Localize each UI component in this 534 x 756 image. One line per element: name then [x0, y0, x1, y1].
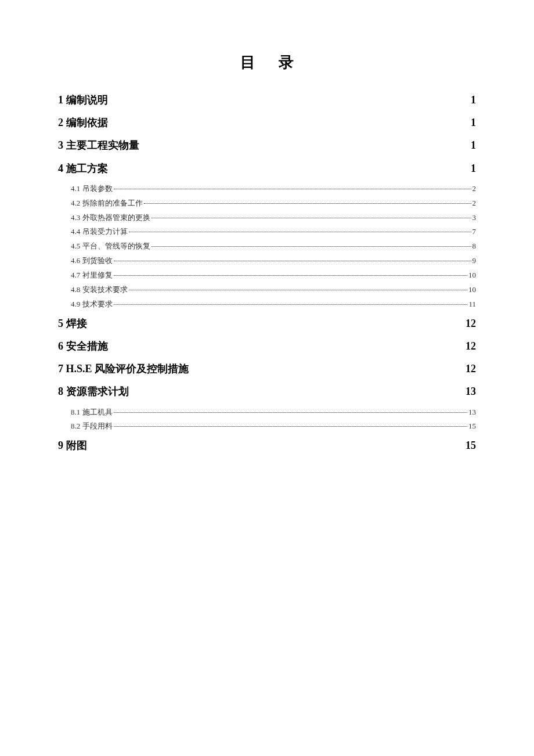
toc-sub-entry: 4.6 到货验收9 [71, 256, 476, 266]
toc-leader-dots [151, 218, 471, 218]
toc-main-entry: 3 主要工程实物量1 [58, 138, 476, 153]
toc-sub-page: 10 [468, 271, 476, 280]
toc-main-page: 13 [466, 384, 476, 399]
toc-sub-entry: 4.9 技术要求11 [71, 300, 476, 309]
toc-leader-dots [129, 232, 471, 232]
toc-sub-page: 8 [472, 242, 477, 251]
toc-sub-group: 8.1 施工机具138.2 手段用料15 [58, 408, 476, 432]
toc-sub-page: 2 [472, 199, 477, 208]
toc-main-page: 1 [471, 116, 476, 130]
toc-main-page: 12 [466, 316, 476, 331]
page-title: 目录 [58, 52, 476, 73]
toc-sub-label: 4.4 吊装受力计算 [71, 227, 128, 237]
toc-main-entry: 7 H.S.E 风险评价及控制措施12 [58, 362, 476, 376]
toc-sub-entry: 4.5 平台、管线等的恢复8 [71, 242, 476, 251]
toc-main-entry: 6 安全措施12 [58, 339, 476, 354]
toc-sub-entry: 4.7 衬里修复10 [71, 271, 476, 280]
toc-sub-page: 11 [468, 300, 476, 309]
toc-main-label: 2 编制依据 [58, 116, 108, 130]
toc-main-entry: 9 附图15 [58, 438, 476, 453]
toc-sub-group: 4.1 吊装参数24.2 拆除前的准备工作24.3 外取热器管束的更换34.4 … [58, 184, 476, 309]
toc-sub-entry: 8.1 施工机具13 [71, 408, 476, 417]
toc-sub-label: 4.7 衬里修复 [71, 271, 113, 280]
toc-sub-entry: 4.1 吊装参数2 [71, 184, 476, 194]
toc-leader-dots [114, 189, 471, 189]
toc-main-label: 5 焊接 [58, 316, 87, 331]
toc-leader-dots [114, 275, 468, 276]
toc-main-entry: 8 资源需求计划13 [58, 384, 476, 399]
toc-main-entry: 4 施工方案1 [58, 161, 476, 176]
toc-sub-entry: 4.3 外取热器管束的更换3 [71, 213, 476, 223]
toc-main-label: 9 附图 [58, 438, 87, 453]
toc-main-label: 3 主要工程实物量 [58, 138, 139, 153]
toc-main-label: 8 资源需求计划 [58, 384, 129, 399]
toc-main-entry: 5 焊接12 [58, 316, 476, 331]
toc-main-page: 12 [466, 362, 476, 376]
toc-sub-label: 4.9 技术要求 [71, 300, 113, 309]
toc-sub-label: 4.3 外取热器管束的更换 [71, 213, 150, 223]
toc-sub-entry: 8.2 手段用料15 [71, 422, 476, 431]
toc-sub-page: 9 [472, 256, 477, 266]
toc-main-label: 6 安全措施 [58, 339, 108, 354]
toc-leader-dots [114, 304, 468, 305]
toc-sub-label: 4.2 拆除前的准备工作 [71, 199, 143, 208]
toc-leader-dots [114, 426, 468, 427]
toc-leader-dots [129, 290, 468, 290]
toc-main-label: 4 施工方案 [58, 161, 108, 176]
toc-sub-page: 13 [468, 408, 476, 417]
toc-main-label: 1 编制说明 [58, 93, 108, 107]
toc-leader-dots [151, 246, 471, 247]
toc-sub-page: 2 [472, 184, 477, 194]
toc-leader-dots [114, 412, 468, 413]
toc-sub-page: 3 [472, 213, 477, 223]
toc-sub-entry: 4.4 吊装受力计算7 [71, 227, 476, 237]
toc-main-page: 15 [466, 438, 476, 453]
toc-sub-label: 8.1 施工机具 [71, 408, 113, 417]
toc-sub-label: 4.1 吊装参数 [71, 184, 113, 194]
toc-main-page: 1 [471, 138, 476, 153]
toc-sub-label: 4.8 安装技术要求 [71, 285, 128, 295]
toc-main-entry: 1 编制说明1 [58, 93, 476, 107]
toc-sub-entry: 4.2 拆除前的准备工作2 [71, 199, 476, 208]
toc-sub-label: 8.2 手段用料 [71, 422, 113, 431]
table-of-contents: 1 编制说明12 编制依据13 主要工程实物量14 施工方案14.1 吊装参数2… [58, 93, 476, 453]
toc-main-page: 1 [471, 161, 476, 176]
toc-sub-page: 10 [468, 285, 476, 295]
toc-main-page: 1 [471, 93, 476, 107]
toc-leader-dots [144, 203, 471, 204]
toc-main-entry: 2 编制依据1 [58, 116, 476, 130]
toc-sub-entry: 4.8 安装技术要求10 [71, 285, 476, 295]
toc-sub-label: 4.5 平台、管线等的恢复 [71, 242, 150, 251]
toc-sub-page: 7 [472, 227, 477, 237]
toc-leader-dots [114, 261, 471, 261]
toc-main-label: 7 H.S.E 风险评价及控制措施 [58, 362, 189, 376]
toc-sub-label: 4.6 到货验收 [71, 256, 113, 266]
toc-sub-page: 15 [468, 422, 476, 431]
toc-main-page: 12 [466, 339, 476, 354]
